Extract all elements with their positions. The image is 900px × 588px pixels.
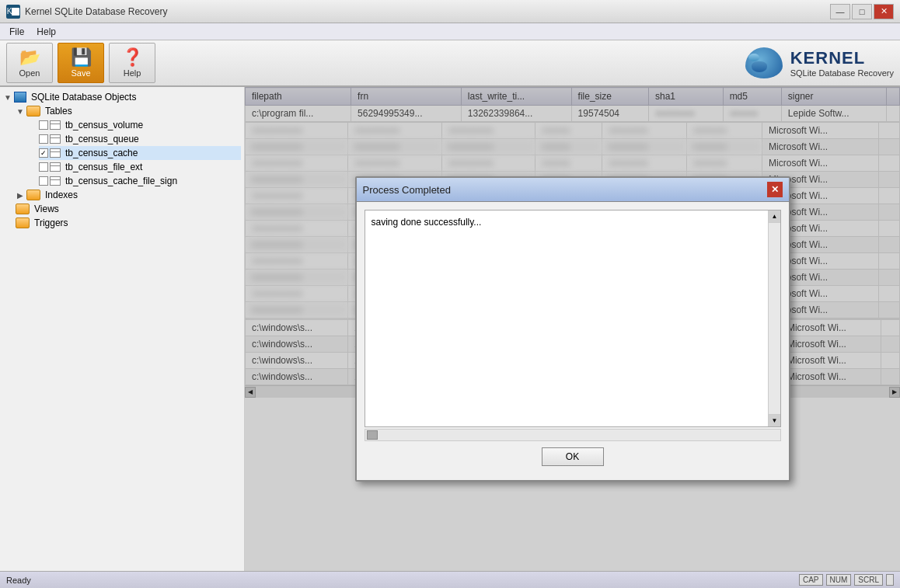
toolbar: 📂 Open 💾 Save ❓ Help KERNEL SQLite Datab… <box>0 40 900 87</box>
minimize-button[interactable]: — <box>830 4 850 19</box>
dialog-close-button[interactable]: ✕ <box>767 182 783 197</box>
help-button[interactable]: ❓ Help <box>109 43 155 83</box>
dialog-v-scrollbar[interactable]: ▲ ▼ <box>768 210 780 426</box>
checkbox-tb_census_queue[interactable] <box>39 134 48 144</box>
item-label-tb_census_queue: tb_census_queue <box>65 134 139 144</box>
checkbox-tb_census_volume[interactable] <box>39 120 48 130</box>
checkbox-tb_census_cache_file_sign[interactable] <box>39 176 48 186</box>
indexes-group: ▶ Indexes <box>3 188 241 202</box>
logo-kernel: KERNEL <box>790 48 894 68</box>
triggers-item[interactable]: Triggers <box>16 216 241 230</box>
logo-image <box>745 47 783 78</box>
dialog-title: Process Completed <box>363 184 451 196</box>
app-icon: K <box>6 5 20 19</box>
menu-file[interactable]: File <box>3 25 30 39</box>
expand-icon: ▼ <box>3 93 12 102</box>
cap-indicator: CAP <box>799 574 823 586</box>
dialog-titlebar: Process Completed ✕ <box>357 178 789 202</box>
dialog-overlay: Process Completed ✕ saving done successf… <box>245 87 900 571</box>
status-bar: Ready CAP NUM SCRL <box>0 571 900 588</box>
expand-tables-icon: ▼ <box>16 107 25 116</box>
table-items: tb_census_volume tb_census_queue ✓ tb_ce… <box>16 118 241 188</box>
menu-help[interactable]: Help <box>30 25 62 39</box>
item-label-tb_census_file_ext: tb_census_file_ext <box>65 162 142 172</box>
dialog-content-area: saving done successfully... ▲ ▼ <box>365 210 781 427</box>
views-group: Views <box>3 202 241 216</box>
checkbox-tb_census_cache[interactable]: ✓ <box>39 148 48 158</box>
table-icon <box>50 120 61 130</box>
tree-item-tb_census_file_ext[interactable]: tb_census_file_ext <box>39 160 241 174</box>
title-text: Kernel SQLite Database Recovery <box>25 6 167 17</box>
content-area: filepath frn last_write_ti... file_size … <box>245 87 900 571</box>
title-bar-left: K Kernel SQLite Database Recovery <box>6 5 167 19</box>
scroll-up-arrow[interactable]: ▲ <box>769 210 781 223</box>
scroll-track <box>769 223 780 414</box>
close-button[interactable]: ✕ <box>874 4 894 19</box>
indexes-item[interactable]: ▶ Indexes <box>16 188 241 202</box>
tables-label: Tables <box>45 106 72 117</box>
title-bar: K Kernel SQLite Database Recovery — □ ✕ <box>0 0 900 23</box>
triggers-folder-icon <box>16 217 30 228</box>
help-label: Help <box>124 68 141 78</box>
maximize-button[interactable]: □ <box>852 4 872 19</box>
process-completed-dialog: Process Completed ✕ saving done successf… <box>355 176 790 482</box>
scroll-down-arrow[interactable]: ▼ <box>769 414 781 426</box>
toolbar-left: 📂 Open 💾 Save ❓ Help <box>6 43 155 83</box>
open-label: Open <box>19 68 40 78</box>
dialog-text: saving done successfully... <box>365 210 768 426</box>
tree-item-tb_census_volume[interactable]: tb_census_volume <box>39 118 241 132</box>
tree-item-tb_census_queue[interactable]: tb_census_queue <box>39 132 241 146</box>
dialog-body: saving done successfully... ▲ ▼ <box>357 202 789 480</box>
save-button[interactable]: 💾 Save <box>58 43 104 83</box>
menu-bar: File Help <box>0 23 900 40</box>
scrl-indicator: SCRL <box>854 574 883 586</box>
expand-indexes-icon: ▶ <box>16 191 25 200</box>
checkbox-tb_census_file_ext[interactable] <box>39 162 48 172</box>
item-label-tb_census_cache: tb_census_cache <box>65 148 138 158</box>
ok-button[interactable]: OK <box>542 447 604 466</box>
item-label-tb_census_volume: tb_census_volume <box>65 120 143 130</box>
save-icon: 💾 <box>71 49 92 66</box>
tables-group: ▼ Tables tb_census_volume <box>3 104 241 188</box>
logo-sub: SQLite Database Recovery <box>790 68 894 78</box>
logo: KERNEL SQLite Database Recovery <box>745 47 894 78</box>
title-controls: — □ ✕ <box>830 4 894 19</box>
table-icon <box>50 148 61 158</box>
sidebar[interactable]: ▼ SQLite Database Objects ▼ Tables tb_ce… <box>0 87 245 571</box>
dialog-message: saving done successfully... <box>372 217 482 228</box>
num-indicator: NUM <box>826 574 852 586</box>
indexes-label: Indexes <box>45 190 78 200</box>
table-icon <box>50 134 61 144</box>
open-icon: 📂 <box>19 49 40 66</box>
help-icon: ❓ <box>122 49 143 66</box>
open-button[interactable]: 📂 Open <box>6 43 53 83</box>
views-label: Views <box>34 204 59 214</box>
tree-root[interactable]: ▼ SQLite Database Objects <box>3 90 241 104</box>
item-label-tb_census_cache_file_sign: tb_census_cache_file_sign <box>65 176 177 186</box>
dialog-h-scrollbar[interactable] <box>365 429 781 441</box>
views-folder-icon <box>16 204 30 214</box>
table-icon <box>50 176 61 186</box>
indexes-folder-icon <box>26 190 40 200</box>
db-icon <box>14 92 26 103</box>
h-scroll-thumb <box>367 430 378 440</box>
status-indicators: CAP NUM SCRL <box>799 574 894 586</box>
views-item[interactable]: Views <box>16 202 241 216</box>
extra-indicator <box>886 574 894 586</box>
root-label: SQLite Database Objects <box>31 92 136 103</box>
triggers-label: Triggers <box>34 217 68 228</box>
logo-text: KERNEL SQLite Database Recovery <box>790 48 894 78</box>
status-text: Ready <box>6 576 31 585</box>
main-area: ▼ SQLite Database Objects ▼ Tables tb_ce… <box>0 87 900 571</box>
table-icon <box>50 162 61 172</box>
tree-item-tb_census_cache_file_sign[interactable]: tb_census_cache_file_sign <box>39 174 241 188</box>
dialog-footer: OK <box>365 441 781 472</box>
triggers-group: Triggers <box>3 216 241 230</box>
tables-folder-icon <box>26 106 40 117</box>
save-label: Save <box>71 68 90 78</box>
tables-item[interactable]: ▼ Tables <box>16 104 241 118</box>
tree-item-tb_census_cache[interactable]: ✓ tb_census_cache <box>39 146 241 160</box>
